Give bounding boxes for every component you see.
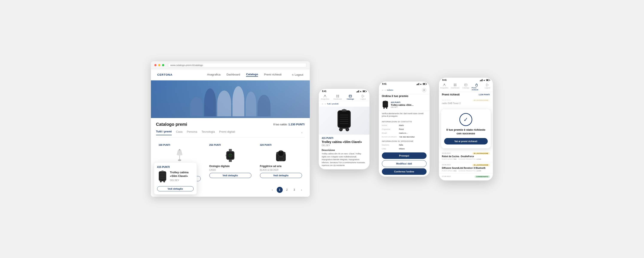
phone2-status-bar: 9:41 ▲ <box>379 81 430 86</box>
dashboard-icon <box>336 95 340 98</box>
phone1-nav-dashboard[interactable]: Dashboard <box>332 93 344 101</box>
catalog-section: Catalogo premi Il tuo saldo: 1.230 PUNTI… <box>151 118 310 197</box>
phone2-close-btn[interactable]: × <box>422 88 426 92</box>
phone2-order-title: Ordina il tuo premio <box>379 94 430 99</box>
phone3-nav-premi[interactable]: Premi richiesti <box>471 82 482 92</box>
lamp-icon <box>176 148 183 162</box>
phone1-product-image <box>319 107 370 135</box>
phone2-field-citta: Città: Milano <box>379 147 430 151</box>
phone1-nav-logout[interactable]: Logout <box>357 93 370 101</box>
phone1-nav-anagrafica[interactable]: Anagrafica <box>319 93 332 101</box>
svg-rect-12 <box>226 155 227 156</box>
svg-rect-21 <box>282 160 282 161</box>
order-1-product: radio DAB Tuner 2 <box>442 102 490 104</box>
svg-point-54 <box>340 129 342 130</box>
browser-dot-red <box>154 64 156 66</box>
svg-rect-56 <box>342 128 346 129</box>
phone3-nav-catalogo[interactable]: Catalogo <box>460 82 471 92</box>
phone3-nav-anagrafica[interactable]: Anagrafica <box>439 82 450 92</box>
phone2-wifi-icon: ▲ <box>420 83 422 85</box>
featured-product-card: 415 PUNTI <box>154 162 197 195</box>
phone1-product-brand: DELSEY <box>322 144 366 147</box>
phone3-battery-fill <box>486 80 488 81</box>
fryer-icon <box>275 149 287 162</box>
svg-point-64 <box>444 84 445 85</box>
svg-point-9 <box>228 153 232 158</box>
svg-point-35 <box>324 95 326 96</box>
nav-link-premi[interactable]: Premi richiesti <box>264 73 282 77</box>
page-3-btn[interactable]: 3 <box>291 187 297 193</box>
phone3-status-icons: ▲ <box>480 79 490 81</box>
catalog-title: Catalogo premi <box>156 122 188 127</box>
person-4 <box>232 86 244 116</box>
filter-digitali[interactable]: Premi digitali <box>219 130 235 135</box>
desktop-logo: CERTONA <box>157 73 172 76</box>
browser-url: www.catalogo-premi.it/catalogo <box>168 63 306 67</box>
page-2-btn[interactable]: 2 <box>284 187 290 193</box>
phone2-product-pts: 415 PUNTI <box>391 101 414 103</box>
nav-link-catalogo[interactable]: Catalogo <box>246 73 258 77</box>
order-2-status: IN LAVORAZIONE <box>472 152 490 155</box>
phone1-back-link[interactable]: ← ← Tutti i prodotti <box>319 101 370 107</box>
filter-persona[interactable]: Persona <box>187 130 197 135</box>
svg-rect-27 <box>160 175 165 175</box>
watch-image: 12:45 SAT 23 <box>209 148 251 163</box>
svg-rect-60 <box>384 104 387 104</box>
phone2-back-label: ← Indietro <box>384 89 394 91</box>
svg-rect-34 <box>162 181 164 181</box>
page-prev-btn[interactable]: ‹ <box>270 187 276 193</box>
nav-link-dashboard[interactable]: Dashboard <box>226 73 240 77</box>
browser-dot-green <box>162 64 164 66</box>
sig3 <box>358 91 358 92</box>
featured-points: 415 PUNTI <box>157 166 194 169</box>
filter-all[interactable]: Tutti i premi <box>156 130 172 135</box>
phone3-nav-logout[interactable]: Logout <box>482 82 493 92</box>
svg-rect-20 <box>279 160 280 161</box>
nav-logout[interactable]: ⎋ Logout <box>292 73 303 76</box>
person-3 <box>217 90 231 116</box>
balance-value: 1.230 PUNTI <box>288 123 304 126</box>
prosegui-btn[interactable]: Prosegui <box>382 153 426 159</box>
svg-rect-59 <box>384 103 387 103</box>
svg-rect-46 <box>343 109 345 110</box>
battery-fill <box>363 91 365 92</box>
featured-detail-btn[interactable]: Vedi dettaglio <box>157 186 194 191</box>
phone3-battery <box>486 79 490 81</box>
watch-detail-btn[interactable]: Vedi dettaglio <box>209 173 251 178</box>
phone2-field-cognome: Cognome: Rossi <box>379 127 430 131</box>
phone2-trolley-icon <box>382 101 389 109</box>
featured-name: Trolley cabina «Slim Clavel» <box>170 171 194 178</box>
fryer-detail-btn[interactable]: Vedi dettaglio <box>260 173 302 178</box>
svg-rect-49 <box>340 119 348 119</box>
filter-tecnologia[interactable]: Tecnologia <box>202 130 215 135</box>
svg-rect-18 <box>279 157 283 160</box>
svg-rect-26 <box>160 174 165 174</box>
phone1-back-label: ← Tutti i prodotti <box>324 103 339 105</box>
phone1-time: 9:41 <box>322 90 326 92</box>
modifica-btn[interactable]: Modifica i dati <box>382 160 426 167</box>
arrow-prev[interactable]: ‹ <box>300 130 304 135</box>
order-1-date: 30-08-2022 <box>442 99 451 101</box>
phone3-anagrafica-label: Anagrafica <box>440 87 448 89</box>
order-3-top: 29-08-2022 IN LAVORAZIONE <box>442 164 490 166</box>
vai-premi-btn[interactable]: Vai ai premi richiesti <box>444 138 488 145</box>
nav-link-anagrafica[interactable]: Anagrafica <box>207 73 220 77</box>
sig4 <box>482 79 482 81</box>
page-next-btn[interactable]: › <box>298 187 304 193</box>
filter-casa[interactable]: Casa <box>176 130 182 135</box>
phone1-nav-catalogo[interactable]: Catalogo <box>344 93 357 101</box>
order-2-pts: PUNTI SPESI: 594 <box>442 158 456 160</box>
phone2-back-link[interactable]: ← ← Indietro <box>382 89 394 91</box>
page-1-btn[interactable]: 1 <box>277 187 283 193</box>
phone-value: +39 392 863 8352 <box>399 136 415 138</box>
person-1 <box>190 97 203 116</box>
fryer-points: 320 PUNTI <box>260 144 302 146</box>
conferma-btn[interactable]: Conferma l'ordine <box>382 168 426 175</box>
phone3-nav-dashboard[interactable]: Dashboard <box>450 82 460 92</box>
phone3-signal <box>480 79 482 81</box>
fryer-name: Friggitrice ad aria <box>260 165 302 168</box>
order-2-top: 30-08-2022 IN LAVORAZIONE <box>442 152 490 155</box>
browser-bar: www.catalogo-premi.it/catalogo <box>151 61 310 69</box>
phone3-content: 30-08-2022 IN LAVORAZIONE radio DAB Tune… <box>439 97 493 180</box>
phone3-balance: 1.230 PUNTI <box>478 93 490 96</box>
